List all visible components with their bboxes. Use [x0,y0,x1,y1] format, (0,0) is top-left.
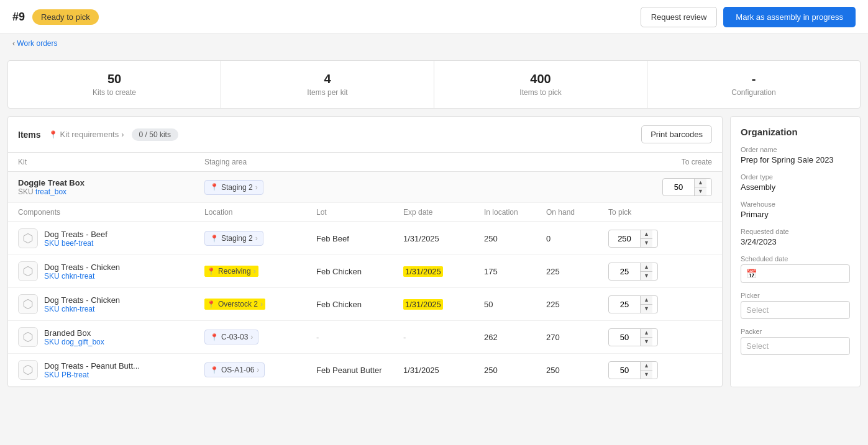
kit-location-pill[interactable]: 📍 Staging 2 › [204,180,263,195]
org-title: Organization [741,127,850,137]
comp-icon [18,261,38,281]
comp-name-cell: Dog Treats - Beef SKU beef-treat [18,228,204,248]
comp-qty-down[interactable]: ▼ [641,272,652,280]
comp-qty-up[interactable]: ▲ [641,230,652,239]
org-warehouse-label: Warehouse [741,200,850,208]
items-header: Items 📍 Kit requirements › 0 / 50 kits P… [8,117,722,153]
comp-qty-down[interactable]: ▼ [641,305,652,313]
comp-qty-input[interactable] [609,231,640,246]
org-scheduled-date-input[interactable]: 📅 [741,264,850,283]
comp-in-location-cell: 250 [484,234,546,243]
comp-qty-wrap[interactable]: ▲ ▼ [608,328,658,346]
pin-icon: 📍 [207,300,216,308]
chevron-right-icon: › [260,300,263,308]
kits-to-create-value: 50 [21,72,208,86]
comp-on-hand: 250 [546,366,560,375]
comp-in-location: 175 [484,267,498,276]
comp-exp-date: 1/31/2025 [403,366,439,375]
comp-to-pick-cell: ▲ ▼ [608,263,683,281]
pin-icon: 📍 [210,235,219,243]
comp-info: Dog Treats - Chicken SKU chkn-treat [44,295,120,313]
org-packer-label: Packer [741,328,850,335]
comp-icon [18,228,38,248]
chevron-right-icon: › [257,366,259,374]
stat-kits-to-create: 50 Kits to create [8,61,221,108]
comp-location-pill[interactable]: 📍 OS-A1-06 › [204,362,265,377]
request-review-button[interactable]: Request review [641,7,718,27]
comp-location-cell: 📍 Staging 2 › [204,231,316,246]
kit-qty-input[interactable] [663,180,694,194]
comp-info: Dog Treats - Chicken SKU chkn-treat [44,263,120,281]
kit-qty-input-wrap[interactable]: ▲ ▼ [662,178,712,196]
kit-name: Doggie Treat Box [18,178,204,187]
comp-qty-up[interactable]: ▲ [641,329,652,338]
comp-hdr-in-location: In location [484,208,546,217]
comp-qty-input[interactable] [609,264,640,279]
mark-assembly-button[interactable]: Mark as assembly in progress [723,7,856,27]
breadcrumb-chevron: ‹ [12,39,15,48]
comp-exp-date: 1/31/2025 [403,299,443,310]
comp-lot-cell: Feb Peanut Butter [316,366,403,375]
comp-qty-input[interactable] [609,297,640,312]
kit-location-label: Staging 2 [221,183,253,192]
configuration-label: Configuration [660,88,847,97]
comp-exp-date-cell: 1/31/2025 [403,234,484,243]
comp-qty-wrap[interactable]: ▲ ▼ [608,361,658,379]
print-barcodes-button[interactable]: Print barcodes [641,125,712,143]
org-warehouse-field: Warehouse Primary [741,200,850,219]
comp-qty-wrap[interactable]: ▲ ▼ [608,230,658,248]
kit-requirements-link[interactable]: 📍 Kit requirements › [48,130,124,139]
comp-qty-arrows: ▲ ▼ [640,230,652,247]
comp-qty-arrows: ▲ ▼ [640,362,652,379]
comp-qty-wrap[interactable]: ▲ ▼ [608,263,658,281]
comp-in-location-cell: 262 [484,333,546,342]
kit-info: Doggie Treat Box SKU treat_box [18,178,204,196]
comp-qty-down[interactable]: ▼ [641,338,652,346]
location-pin-icon: 📍 [48,130,58,139]
items-per-kit-value: 4 [234,72,421,86]
comp-qty-up[interactable]: ▲ [641,263,652,272]
comp-location-pill[interactable]: 📍 Overstock 2 › [204,299,265,310]
comp-location-pill[interactable]: 📍 C-03-03 › [204,330,258,344]
comp-qty-down[interactable]: ▼ [641,371,652,379]
comp-location-pill[interactable]: 📍 Receiving › [204,266,258,277]
comp-qty-wrap[interactable]: ▲ ▼ [608,295,658,313]
comp-qty-down[interactable]: ▼ [641,239,652,247]
comp-hdr-on-hand: On hand [546,208,608,217]
comp-exp-date: 1/31/2025 [403,234,439,243]
kit-qty-cell: ▲ ▼ [637,178,712,196]
stat-items-to-pick: 400 Items to pick [434,61,647,108]
stats-bar: 50 Kits to create 4 Items per kit 400 It… [7,60,861,109]
comp-location-pill[interactable]: 📍 Staging 2 › [204,231,263,246]
org-scheduled-date-field: Scheduled date 📅 [741,255,850,283]
org-packer-select[interactable]: Select [741,337,850,355]
comp-qty-up[interactable]: ▲ [641,362,652,371]
comp-name: Branded Box [44,328,104,338]
comp-icon [18,360,38,380]
comp-lot-cell: Feb Beef [316,234,403,243]
comp-in-location: 50 [484,300,493,309]
comp-sku: SKU dog_gift_box [44,338,104,346]
comp-qty-input[interactable] [609,363,640,377]
comp-exp-date-cell: 1/31/2025 [403,266,484,277]
chevron-right-icon: › [255,234,258,243]
pin-icon: 📍 [210,333,219,341]
breadcrumb-link[interactable]: Work orders [17,39,57,48]
org-picker-select[interactable]: Select [741,301,850,319]
comp-qty-input[interactable] [609,330,640,344]
kit-qty-down[interactable]: ▼ [695,187,706,196]
status-badge[interactable]: Ready to pick [32,9,99,25]
kit-qty-up[interactable]: ▲ [695,179,706,187]
component-row: Dog Treats - Beef SKU beef-treat 📍 Stagi… [8,222,722,255]
header-left: #9 Ready to pick [12,9,99,25]
comp-location-cell: 📍 OS-A1-06 › [204,362,316,377]
comp-on-hand: 270 [546,333,560,342]
component-row: Dog Treats - Chicken SKU chkn-treat 📍 Re… [8,255,722,288]
comp-icon [18,294,38,314]
comp-lot: Feb Peanut Butter [316,366,382,375]
comp-qty-up[interactable]: ▲ [641,296,652,305]
stat-configuration: - Configuration [647,61,860,108]
chevron-right-icon: › [254,267,256,276]
comp-sku: SKU chkn-treat [44,305,120,313]
org-scheduled-date-label: Scheduled date [741,255,850,263]
